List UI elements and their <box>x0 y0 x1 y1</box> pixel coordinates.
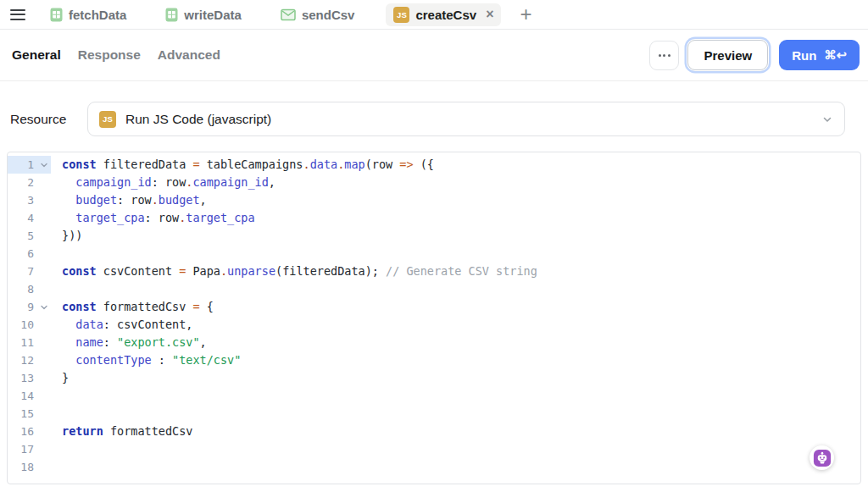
chevron-down-icon <box>821 113 833 125</box>
code-line-text: name: "export.csv", <box>51 334 860 351</box>
code-line-2: 2 campaign_id: row.campaign_id, <box>8 174 860 191</box>
code-line-17: 17 <box>8 440 860 458</box>
code-line-text <box>51 280 860 298</box>
line-number: 11 <box>8 334 36 351</box>
code-line-16: 16return formattedCsv <box>8 423 860 440</box>
preview-button[interactable]: Preview <box>687 40 768 70</box>
ellipsis-icon <box>659 54 661 57</box>
code-line-18: 18 <box>8 458 860 476</box>
query-tab-bar: fetchDatawriteDatasendCsvJScreateCsv× + <box>0 0 868 30</box>
gutter-spacer <box>36 351 51 369</box>
code-line-text: data: csvContent, <box>51 316 860 334</box>
gutter-spacer <box>36 263 51 280</box>
query-tab-sendCsv[interactable]: sendCsv <box>273 4 363 25</box>
line-number: 17 <box>8 440 36 458</box>
spreadsheet-file-icon <box>50 8 63 22</box>
spreadsheet-file-icon <box>165 8 178 22</box>
gutter-spacer <box>36 316 51 334</box>
fold-chevron-icon[interactable] <box>36 298 51 316</box>
query-tab-label: sendCsv <box>302 8 355 22</box>
gutter-spacer <box>36 245 51 263</box>
code-line-text: contentType : "text/csv" <box>51 351 860 369</box>
code-line-15: 15 <box>8 405 860 423</box>
tab-general[interactable]: General <box>12 47 61 63</box>
line-number: 5 <box>8 227 36 245</box>
line-number: 13 <box>8 369 36 387</box>
line-number: 16 <box>8 423 36 440</box>
code-line-text: const formattedCsv = { <box>51 298 860 316</box>
line-number: 15 <box>8 405 36 423</box>
query-tab-label: writeData <box>184 8 242 22</box>
code-line-13: 13} <box>8 369 860 387</box>
code-line-8: 8 <box>8 280 860 298</box>
query-editor-panel: fetchDatawriteDatasendCsvJScreateCsv× + … <box>0 0 868 492</box>
gutter-spacer <box>36 209 51 227</box>
line-number: 14 <box>8 387 36 405</box>
code-editor[interactable]: 1const filteredData = tableCampaigns.dat… <box>7 152 861 484</box>
fold-chevron-icon[interactable] <box>36 156 51 174</box>
query-tab-writeData[interactable]: writeData <box>158 4 249 25</box>
query-tab-label: fetchData <box>69 8 126 22</box>
gutter-spacer <box>36 280 51 298</box>
code-line-text <box>51 458 860 476</box>
line-number: 9 <box>8 298 36 316</box>
code-line-text <box>51 387 860 405</box>
line-number: 2 <box>8 174 36 191</box>
gutter-spacer <box>36 191 51 209</box>
line-number: 12 <box>8 351 36 369</box>
code-line-text: } <box>51 369 860 387</box>
resource-label: Resource <box>10 112 87 127</box>
more-options-button[interactable] <box>649 41 679 70</box>
code-line-text: const csvContent = Papa.unparse(filtered… <box>51 263 860 280</box>
mail-icon <box>281 8 296 21</box>
ai-assistant-button[interactable] <box>810 445 834 470</box>
code-line-7: 7const csvContent = Papa.unparse(filtere… <box>8 263 860 280</box>
resource-selected-value: Run JS Code (javascript) <box>125 112 271 127</box>
code-line-text: })) <box>51 227 860 245</box>
query-tab-createCsv[interactable]: JScreateCsv× <box>386 3 501 26</box>
query-tab-label: createCsv <box>415 8 476 22</box>
resource-row: Resource JS Run JS Code (javascript) <box>0 102 868 136</box>
code-line-text <box>51 245 860 263</box>
code-line-5: 5})) <box>8 227 860 245</box>
line-number: 4 <box>8 209 36 227</box>
gutter-spacer <box>36 174 51 191</box>
section-tabs: GeneralResponseAdvanced <box>12 47 220 63</box>
line-number: 6 <box>8 245 36 263</box>
code-line-text: target_cpa: row.target_cpa <box>51 209 860 227</box>
resource-dropdown[interactable]: JS Run JS Code (javascript) <box>87 102 845 136</box>
code-line-10: 10 data: csvContent, <box>8 316 860 334</box>
js-badge-icon: JS <box>99 111 116 128</box>
query-toolbar: GeneralResponseAdvanced Preview Run ⌘↩ <box>0 30 868 81</box>
code-line-3: 3 budget: row.budget, <box>8 191 860 209</box>
gutter-spacer <box>36 387 51 405</box>
line-number: 8 <box>8 280 36 298</box>
close-tab-icon[interactable]: × <box>486 8 493 21</box>
js-badge-icon: JS <box>393 7 409 23</box>
line-number: 1 <box>8 156 36 174</box>
gutter-spacer <box>36 334 51 351</box>
code-line-text <box>51 405 860 423</box>
code-line-12: 12 contentType : "text/csv" <box>8 351 860 369</box>
run-shortcut-hint: ⌘↩ <box>824 48 847 62</box>
gutter-spacer <box>36 369 51 387</box>
gutter-spacer <box>36 227 51 245</box>
code-line-text: return formattedCsv <box>51 423 860 440</box>
line-number: 7 <box>8 263 36 280</box>
add-query-tab-button[interactable]: + <box>520 4 531 25</box>
line-number: 10 <box>8 316 36 334</box>
code-line-4: 4 target_cpa: row.target_cpa <box>8 209 860 227</box>
tab-advanced[interactable]: Advanced <box>158 47 220 63</box>
gutter-spacer <box>36 440 51 458</box>
code-line-9: 9const formattedCsv = { <box>8 298 860 316</box>
robot-icon <box>813 449 832 467</box>
run-button[interactable]: Run ⌘↩ <box>779 40 860 70</box>
code-line-text: const filteredData = tableCampaigns.data… <box>51 156 860 174</box>
code-line-6: 6 <box>8 245 860 263</box>
tab-response[interactable]: Response <box>78 47 141 63</box>
hamburger-menu-icon[interactable] <box>10 9 25 20</box>
code-line-text: budget: row.budget, <box>51 191 860 209</box>
code-line-text <box>51 440 860 458</box>
query-tab-fetchData[interactable]: fetchData <box>42 4 134 25</box>
gutter-spacer <box>36 423 51 440</box>
